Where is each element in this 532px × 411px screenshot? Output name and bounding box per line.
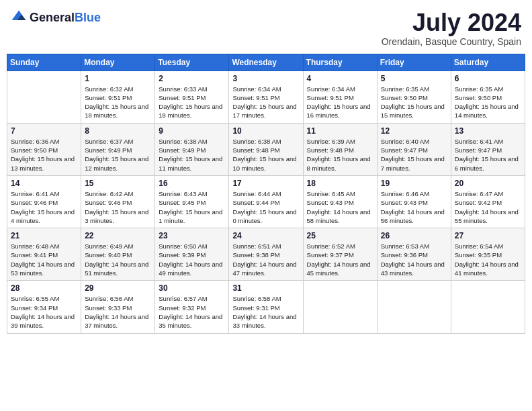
calendar-cell: 14Sunrise: 6:41 AM Sunset: 9:46 PM Dayli… [7,175,81,228]
day-info: Sunrise: 6:53 AM Sunset: 9:36 PM Dayligh… [381,242,447,277]
day-info: Sunrise: 6:41 AM Sunset: 9:47 PM Dayligh… [455,137,521,173]
day-info: Sunrise: 6:46 AM Sunset: 9:43 PM Dayligh… [381,189,447,225]
day-number: 28 [11,283,77,293]
day-info: Sunrise: 6:41 AM Sunset: 9:46 PM Dayligh… [11,189,77,225]
day-info: Sunrise: 6:36 AM Sunset: 9:50 PM Dayligh… [11,137,77,173]
calendar-cell [303,281,377,333]
day-info: Sunrise: 6:47 AM Sunset: 9:42 PM Dayligh… [455,189,521,225]
calendar-cell: 25Sunrise: 6:52 AM Sunset: 9:37 PM Dayli… [303,228,377,281]
calendar-body: 1Sunrise: 6:32 AM Sunset: 9:51 PM Daylig… [7,71,525,333]
day-number: 20 [455,179,521,188]
calendar-cell: 26Sunrise: 6:53 AM Sunset: 9:36 PM Dayli… [377,228,451,281]
calendar-cell: 20Sunrise: 6:47 AM Sunset: 9:42 PM Dayli… [451,175,525,228]
day-info: Sunrise: 6:37 AM Sunset: 9:49 PM Dayligh… [85,137,151,173]
day-number: 25 [307,231,373,240]
day-info: Sunrise: 6:32 AM Sunset: 9:51 PM Dayligh… [85,85,151,120]
day-number: 15 [85,179,151,188]
calendar-cell: 5Sunrise: 6:35 AM Sunset: 9:50 PM Daylig… [377,71,451,123]
calendar-cell: 23Sunrise: 6:50 AM Sunset: 9:39 PM Dayli… [155,228,229,281]
calendar-week-row: 1Sunrise: 6:32 AM Sunset: 9:51 PM Daylig… [7,71,525,123]
calendar-week-row: 28Sunrise: 6:55 AM Sunset: 9:34 PM Dayli… [7,281,525,333]
day-number: 8 [85,126,151,136]
month-year-title: July 2024 [382,9,521,36]
day-number: 3 [232,74,299,83]
calendar-cell: 19Sunrise: 6:46 AM Sunset: 9:43 PM Dayli… [377,175,451,228]
calendar-cell: 9Sunrise: 6:38 AM Sunset: 9:49 PM Daylig… [155,123,229,175]
calendar-cell: 31Sunrise: 6:58 AM Sunset: 9:31 PM Dayli… [229,281,303,333]
calendar-cell: 1Sunrise: 6:32 AM Sunset: 9:51 PM Daylig… [81,71,155,123]
calendar-cell: 11Sunrise: 6:39 AM Sunset: 9:48 PM Dayli… [303,123,377,175]
logo-text: GeneralBlue [30,11,101,25]
day-number: 13 [455,126,521,136]
day-info: Sunrise: 6:51 AM Sunset: 9:38 PM Dayligh… [232,242,299,277]
day-number: 16 [159,179,225,188]
day-info: Sunrise: 6:42 AM Sunset: 9:46 PM Dayligh… [85,189,151,225]
calendar-cell [451,281,525,333]
logo-blue: Blue [75,11,101,24]
calendar-cell: 4Sunrise: 6:34 AM Sunset: 9:51 PM Daylig… [303,71,377,123]
day-info: Sunrise: 6:54 AM Sunset: 9:35 PM Dayligh… [455,242,521,277]
weekday-header-sunday: Sunday [7,54,81,71]
day-number: 24 [232,231,299,240]
logo-icon [11,9,27,26]
calendar-cell: 12Sunrise: 6:40 AM Sunset: 9:47 PM Dayli… [377,123,451,175]
calendar-cell: 24Sunrise: 6:51 AM Sunset: 9:38 PM Dayli… [229,228,303,281]
day-number: 10 [232,126,299,136]
calendar-cell: 13Sunrise: 6:41 AM Sunset: 9:47 PM Dayli… [451,123,525,175]
weekday-header-thursday: Thursday [303,54,377,71]
day-number: 29 [85,283,151,293]
weekday-header-row: SundayMondayTuesdayWednesdayThursdayFrid… [7,54,525,71]
day-number: 22 [85,231,151,240]
calendar-cell: 7Sunrise: 6:36 AM Sunset: 9:50 PM Daylig… [7,123,81,175]
day-info: Sunrise: 6:57 AM Sunset: 9:32 PM Dayligh… [159,294,225,330]
calendar-cell: 6Sunrise: 6:35 AM Sunset: 9:50 PM Daylig… [451,71,525,123]
calendar-cell: 8Sunrise: 6:37 AM Sunset: 9:49 PM Daylig… [81,123,155,175]
day-info: Sunrise: 6:58 AM Sunset: 9:31 PM Dayligh… [232,294,299,330]
day-info: Sunrise: 6:34 AM Sunset: 9:51 PM Dayligh… [232,85,299,120]
day-number: 5 [381,74,447,83]
day-info: Sunrise: 6:50 AM Sunset: 9:39 PM Dayligh… [159,242,225,277]
calendar-week-row: 21Sunrise: 6:48 AM Sunset: 9:41 PM Dayli… [7,228,525,281]
calendar-cell [377,281,451,333]
day-number: 12 [381,126,447,136]
day-info: Sunrise: 6:49 AM Sunset: 9:40 PM Dayligh… [85,242,151,277]
day-info: Sunrise: 6:52 AM Sunset: 9:37 PM Dayligh… [307,242,373,277]
weekday-header-friday: Friday [377,54,451,71]
calendar-cell [7,71,81,123]
weekday-header-tuesday: Tuesday [155,54,229,71]
calendar-cell: 16Sunrise: 6:43 AM Sunset: 9:45 PM Dayli… [155,175,229,228]
calendar-cell: 22Sunrise: 6:49 AM Sunset: 9:40 PM Dayli… [81,228,155,281]
day-number: 17 [232,179,299,188]
calendar-table: SundayMondayTuesdayWednesdayThursdayFrid… [7,54,525,334]
title-block: July 2024 Orendain, Basque Country, Spai… [382,9,521,47]
day-info: Sunrise: 6:38 AM Sunset: 9:48 PM Dayligh… [232,137,299,173]
calendar-cell: 2Sunrise: 6:33 AM Sunset: 9:51 PM Daylig… [155,71,229,123]
weekday-header-wednesday: Wednesday [229,54,303,71]
location-text: Orendain, Basque Country, Spain [382,36,521,47]
day-info: Sunrise: 6:45 AM Sunset: 9:43 PM Dayligh… [307,189,373,225]
logo-general: General [30,11,75,24]
calendar-header: SundayMondayTuesdayWednesdayThursdayFrid… [7,54,525,71]
weekday-header-monday: Monday [81,54,155,71]
day-info: Sunrise: 6:56 AM Sunset: 9:33 PM Dayligh… [85,294,151,330]
day-number: 31 [232,283,299,293]
calendar-cell: 21Sunrise: 6:48 AM Sunset: 9:41 PM Dayli… [7,228,81,281]
day-info: Sunrise: 6:35 AM Sunset: 9:50 PM Dayligh… [381,85,447,120]
calendar-cell: 28Sunrise: 6:55 AM Sunset: 9:34 PM Dayli… [7,281,81,333]
day-number: 9 [159,126,225,136]
day-number: 14 [11,179,77,188]
day-number: 1 [85,74,151,83]
calendar-week-row: 14Sunrise: 6:41 AM Sunset: 9:46 PM Dayli… [7,175,525,228]
day-number: 26 [381,231,447,240]
calendar-week-row: 7Sunrise: 6:36 AM Sunset: 9:50 PM Daylig… [7,123,525,175]
day-number: 6 [455,74,521,83]
day-info: Sunrise: 6:48 AM Sunset: 9:41 PM Dayligh… [11,242,77,277]
calendar-cell: 15Sunrise: 6:42 AM Sunset: 9:46 PM Dayli… [81,175,155,228]
day-number: 7 [11,126,77,136]
day-info: Sunrise: 6:33 AM Sunset: 9:51 PM Dayligh… [159,85,225,120]
calendar-cell: 3Sunrise: 6:34 AM Sunset: 9:51 PM Daylig… [229,71,303,123]
day-number: 30 [159,283,225,293]
day-number: 27 [455,231,521,240]
day-number: 23 [159,231,225,240]
day-number: 4 [307,74,373,83]
